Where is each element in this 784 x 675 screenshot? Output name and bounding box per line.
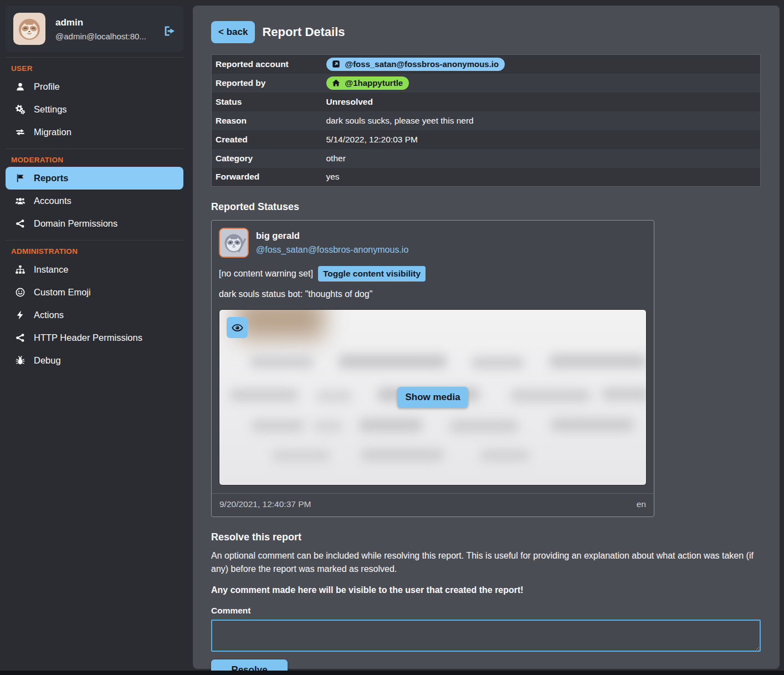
main-panel: < back Report Details Reported account @… (193, 6, 780, 669)
content-warning-label: [no content warning set] (219, 269, 313, 279)
status-language: en (637, 499, 646, 509)
sidebar-item-label: Instance (34, 264, 68, 275)
resolve-warning: Any comment made here will be visible to… (211, 585, 761, 595)
external-link-icon (331, 59, 341, 69)
user-info: admin @admin@localhost:80... (55, 17, 146, 41)
status-author-handle[interactable]: @foss_satan@fossbros-anonymous.io (256, 245, 408, 255)
sidebar-item-label: Migration (34, 127, 71, 137)
status-footer: 9/20/2021, 12:40:37 PM en (212, 493, 654, 517)
created-value: 5/14/2022, 12:20:03 PM (322, 130, 761, 149)
show-media-button[interactable]: Show media (397, 387, 468, 408)
row-label: Reported by (212, 74, 322, 93)
page-title: Report Details (262, 25, 345, 39)
sidebar-section-user: USER (11, 64, 178, 73)
sidebar-item-http-header-permissions[interactable]: HTTP Header Permissions (6, 326, 183, 349)
sidebar-item-actions[interactable]: Actions (6, 304, 183, 326)
flag-icon (15, 173, 25, 183)
hide-media-eye-button[interactable] (227, 317, 248, 338)
table-row: Reported account @foss_satan@fossbros-an… (212, 55, 761, 74)
admin-avatar (13, 13, 45, 45)
swap-arrows-icon (15, 127, 25, 137)
toggle-content-visibility-button[interactable]: Toggle content visibility (318, 266, 426, 282)
table-row: Reason dark souls sucks, please yeet thi… (212, 111, 761, 130)
sidebar-item-profile[interactable]: Profile (6, 75, 183, 98)
share-nodes-icon (15, 333, 25, 343)
reported-account-badge[interactable]: @foss_satan@fossbros-anonymous.io (326, 58, 505, 71)
sidebar: admin @admin@localhost:80... USER Profil… (6, 6, 183, 372)
reported-statuses-heading: Reported Statuses (211, 201, 761, 213)
user-card[interactable]: admin @admin@localhost:80... (6, 6, 183, 52)
sidebar-item-label: Profile (34, 81, 60, 92)
sign-out-button[interactable] (162, 24, 177, 39)
sidebar-section-administration: ADMINISTRATION (11, 247, 178, 255)
status-media-attachment[interactable]: Show media (219, 309, 647, 485)
sidebar-item-label: Domain Permissions (34, 218, 117, 229)
sidebar-item-domain-permissions[interactable]: Domain Permissions (6, 212, 183, 235)
sidebar-item-instance[interactable]: Instance (6, 258, 183, 281)
sidebar-item-label: Custom Emoji (34, 287, 91, 298)
category-value: other (322, 149, 761, 168)
sidebar-item-label: Actions (34, 310, 64, 320)
table-row: Status Unresolved (212, 93, 761, 111)
table-row: Created 5/14/2022, 12:20:03 PM (212, 130, 761, 149)
sidebar-item-accounts[interactable]: Accounts (6, 190, 183, 212)
report-details-table: Reported account @foss_satan@fossbros-an… (211, 54, 761, 187)
row-label: Status (212, 93, 322, 111)
status-author-info: big gerald @foss_satan@fossbros-anonymou… (256, 231, 408, 255)
page-header: < back Report Details (211, 21, 761, 43)
sidebar-section-moderation: MODERATION (11, 156, 178, 164)
reported-by-handle: @1happyturtle (345, 78, 403, 88)
reported-account-handle: @foss_satan@fossbros-anonymous.io (345, 59, 499, 69)
row-label: Category (212, 149, 322, 168)
back-button[interactable]: < back (211, 21, 255, 43)
row-label: Reported account (212, 55, 322, 74)
bottom-bar (0, 671, 784, 675)
sidebar-item-label: Reports (34, 173, 68, 183)
status-header: big gerald @foss_satan@fossbros-anonymou… (212, 221, 654, 265)
gears-icon (15, 104, 25, 115)
status-value: Unresolved (322, 93, 761, 111)
resolve-heading: Resolve this report (211, 531, 761, 543)
user-icon (15, 81, 25, 92)
sidebar-item-debug[interactable]: Debug (6, 349, 183, 372)
reported-status-card: big gerald @foss_satan@fossbros-anonymou… (211, 220, 654, 517)
users-icon (15, 196, 25, 206)
reason-value: dark souls sucks, please yeet this nerd (322, 111, 761, 130)
sidebar-divider (6, 149, 183, 149)
sidebar-item-label: Accounts (34, 196, 71, 206)
sign-out-icon (163, 24, 176, 38)
house-icon (331, 78, 341, 88)
sidebar-item-label: Settings (34, 104, 67, 115)
comment-label: Comment (211, 606, 761, 616)
sidebar-item-reports[interactable]: Reports (6, 167, 183, 190)
reported-by-badge[interactable]: @1happyturtle (326, 76, 409, 90)
row-label: Forwarded (212, 168, 322, 187)
bug-icon (15, 355, 25, 366)
user-display-name: admin (55, 17, 146, 28)
sitemap-icon (15, 264, 25, 275)
share-nodes-icon (15, 218, 25, 229)
status-content-text: dark souls status bot: "thoughts of dog" (212, 282, 654, 302)
table-row: Category other (212, 149, 761, 168)
bolt-icon (15, 310, 25, 320)
resolve-description: An optional comment can be included whil… (211, 549, 761, 576)
status-author-name: big gerald (256, 231, 408, 241)
smiley-icon (15, 287, 25, 298)
sidebar-item-migration[interactable]: Migration (6, 121, 183, 144)
sidebar-item-settings[interactable]: Settings (6, 98, 183, 121)
eye-icon (231, 321, 244, 334)
table-row: Forwarded yes (212, 168, 761, 187)
sidebar-divider (6, 240, 183, 241)
content-warning-row: [no content warning set] Toggle content … (212, 265, 654, 282)
user-handle: @admin@localhost:80... (55, 32, 146, 41)
status-timestamp: 9/20/2021, 12:40:37 PM (219, 499, 311, 509)
row-label: Reason (212, 111, 322, 130)
sidebar-item-label: HTTP Header Permissions (34, 333, 142, 343)
table-row: Reported by @1happyturtle (212, 74, 761, 93)
comment-textarea[interactable] (211, 620, 761, 652)
sidebar-item-custom-emoji[interactable]: Custom Emoji (6, 281, 183, 304)
sidebar-divider (6, 57, 183, 58)
sidebar-item-label: Debug (34, 355, 61, 366)
status-author-avatar (219, 228, 249, 258)
forwarded-value: yes (322, 168, 761, 187)
